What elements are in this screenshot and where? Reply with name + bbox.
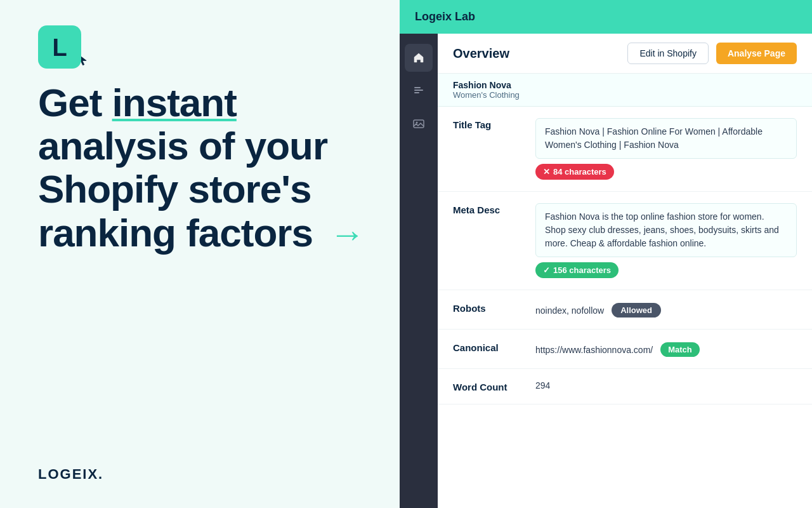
robots-row: Robots noindex, nofollow Allowed <box>438 290 812 330</box>
hero-text: Get instant analysis of your Shopify sto… <box>38 81 368 255</box>
hero-line1: Get <box>38 81 112 124</box>
app-window: Logeix Lab <box>400 0 812 508</box>
logo-area: L <box>38 25 368 69</box>
robots-label: Robots <box>453 302 523 314</box>
robots-content: noindex, nofollow Allowed <box>535 302 797 318</box>
robots-allowed-badge: Allowed <box>612 303 661 318</box>
header-actions: Edit in Shopify Analyse Page <box>627 43 797 64</box>
canonical-match-badge: Match <box>660 342 700 357</box>
hero-heading: Get instant analysis of your Shopify sto… <box>38 81 368 255</box>
main-content: Overview Edit in Shopify Analyse Page Fa… <box>438 34 812 508</box>
sidebar <box>400 34 438 508</box>
canonical-url: https://www.fashionnova.com/ <box>535 345 653 355</box>
header-title: Overview <box>453 46 509 61</box>
page-category: Women's Clothing <box>453 90 797 100</box>
sidebar-item-image[interactable] <box>405 110 433 138</box>
logo-icon: L <box>38 25 81 69</box>
meta-desc-badge-text: 156 characters <box>553 265 611 275</box>
logo-letter: L <box>52 36 67 60</box>
canonical-content: https://www.fashionnova.com/ Match <box>535 341 797 357</box>
title-tag-content: Fashion Nova | Fashion Online For Women … <box>535 118 797 180</box>
svg-rect-3 <box>414 120 424 128</box>
app-content: Overview Edit in Shopify Analyse Page Fa… <box>400 34 812 508</box>
edit-in-shopify-button[interactable]: Edit in Shopify <box>627 43 709 64</box>
hero-line2: analysis of your <box>38 124 327 168</box>
title-tag-label: Title Tag <box>453 118 523 130</box>
canonical-label: Canonical <box>453 341 523 353</box>
word-count-row: Word Count 294 <box>438 369 812 404</box>
badge-x-icon: ✕ <box>543 167 550 177</box>
title-tag-badge: ✕ 84 characters <box>535 164 614 180</box>
page-brand: Fashion Nova <box>453 80 797 90</box>
robots-directives: noindex, nofollow <box>535 305 604 316</box>
main-header: Overview Edit in Shopify Analyse Page <box>438 34 812 74</box>
title-tag-row: Title Tag Fashion Nova | Fashion Online … <box>438 107 812 192</box>
seo-table: Title Tag Fashion Nova | Fashion Online … <box>438 107 812 508</box>
robots-inline: noindex, nofollow Allowed <box>535 302 797 318</box>
page-info: Fashion Nova Women's Clothing <box>438 74 812 107</box>
meta-desc-badge: ✓ 156 characters <box>535 262 619 278</box>
svg-rect-2 <box>414 92 419 93</box>
hero-line3: Shopify store's <box>38 167 311 211</box>
svg-rect-0 <box>414 87 421 88</box>
meta-desc-text: Fashion Nova is the top online fashion s… <box>535 203 797 257</box>
meta-desc-row: Meta Desc Fashion Nova is the top online… <box>438 192 812 290</box>
analyse-page-button[interactable]: Analyse Page <box>716 43 797 64</box>
hero-instant: instant <box>112 81 237 124</box>
title-bar-text: Logeix Lab <box>415 10 475 23</box>
word-count-label: Word Count <box>453 380 523 392</box>
badge-check-icon: ✓ <box>543 265 550 275</box>
left-panel: L Get instant analysis of your Shopify s… <box>0 0 400 508</box>
right-panel: Logeix Lab <box>400 0 812 508</box>
canonical-inline: https://www.fashionnova.com/ Match <box>535 341 797 357</box>
title-tag-text: Fashion Nova | Fashion Online For Women … <box>535 118 797 159</box>
svg-rect-1 <box>414 90 423 91</box>
title-tag-badge-text: 84 characters <box>553 167 606 177</box>
word-count-content: 294 <box>535 380 797 391</box>
sidebar-item-edit[interactable] <box>405 77 433 105</box>
hero-arrow: → <box>329 215 364 254</box>
word-count-value: 294 <box>535 380 797 391</box>
canonical-row: Canonical https://www.fashionnova.com/ M… <box>438 330 812 369</box>
title-bar: Logeix Lab <box>400 0 812 34</box>
meta-desc-label: Meta Desc <box>453 203 523 215</box>
sidebar-item-home[interactable] <box>405 44 433 72</box>
meta-desc-content: Fashion Nova is the top online fashion s… <box>535 203 797 278</box>
bottom-logo: LOGEIX. <box>38 466 368 483</box>
hero-line4: ranking factors <box>38 211 323 255</box>
